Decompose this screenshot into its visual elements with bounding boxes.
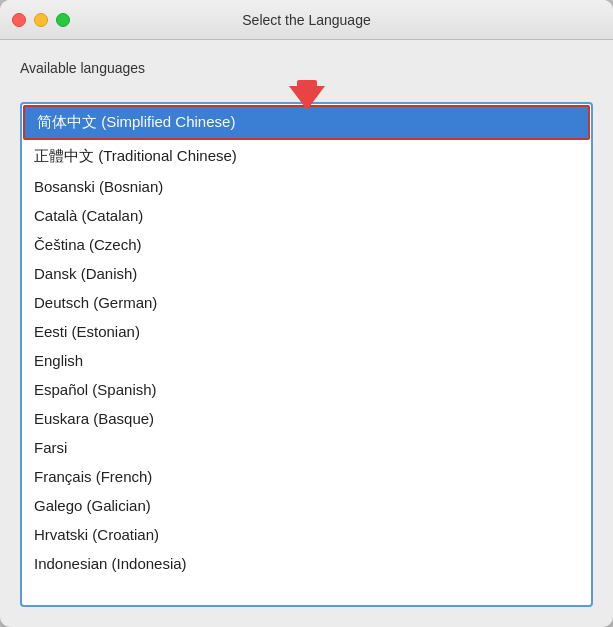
title-bar: Select the Language	[0, 0, 613, 40]
list-item[interactable]: Galego (Galician)	[22, 491, 591, 520]
list-item[interactable]: 简体中文 (Simplified Chinese)	[23, 105, 590, 140]
list-item[interactable]: Eesti (Estonian)	[22, 317, 591, 346]
list-item[interactable]: Farsi	[22, 433, 591, 462]
content-area: Available languages 简体中文 (Simplified Chi…	[0, 40, 613, 627]
arrow-indicator	[20, 86, 593, 110]
list-item[interactable]: Bosanski (Bosnian)	[22, 172, 591, 201]
list-item[interactable]: English	[22, 346, 591, 375]
minimize-button[interactable]	[34, 13, 48, 27]
close-button[interactable]	[12, 13, 26, 27]
list-item[interactable]: Euskara (Basque)	[22, 404, 591, 433]
language-select-window: Select the Language Available languages …	[0, 0, 613, 627]
list-item[interactable]: Indonesian (Indonesia)	[22, 549, 591, 578]
maximize-button[interactable]	[56, 13, 70, 27]
list-item[interactable]: Čeština (Czech)	[22, 230, 591, 259]
list-item[interactable]: Català (Catalan)	[22, 201, 591, 230]
down-arrow-icon	[289, 86, 325, 110]
window-title: Select the Language	[242, 12, 370, 28]
list-item[interactable]: Dansk (Danish)	[22, 259, 591, 288]
list-item[interactable]: Deutsch (German)	[22, 288, 591, 317]
list-item[interactable]: Hrvatski (Croatian)	[22, 520, 591, 549]
section-label: Available languages	[20, 60, 593, 76]
traffic-lights	[12, 13, 70, 27]
list-item[interactable]: Español (Spanish)	[22, 375, 591, 404]
language-list[interactable]: 简体中文 (Simplified Chinese)正體中文 (Tradition…	[20, 102, 593, 607]
list-item[interactable]: 正體中文 (Traditional Chinese)	[22, 141, 591, 172]
list-item[interactable]: Français (French)	[22, 462, 591, 491]
